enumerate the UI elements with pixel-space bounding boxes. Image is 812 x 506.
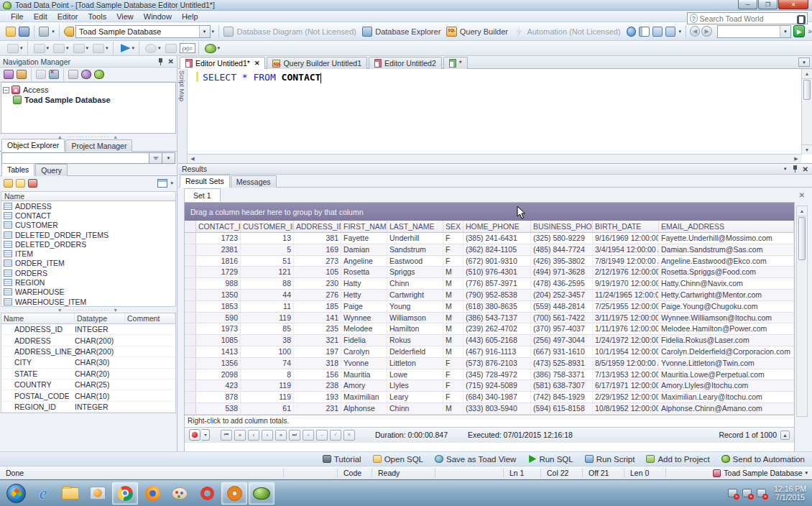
quick-action-button[interactable]: Send to Automation: [721, 455, 805, 464]
menu-item[interactable]: Help: [177, 12, 203, 22]
tab-close-icon[interactable]: ✕: [254, 60, 260, 67]
tab-project-manager[interactable]: Project Manager: [65, 139, 132, 152]
result-row[interactable]: 538 61 231 Alphonse Chinn M (333) 803-59…: [185, 403, 794, 415]
collapse-navigator-icon[interactable]: ▲: [780, 431, 790, 440]
result-column-header[interactable]: CONTACT_ID: [196, 221, 241, 232]
result-column-header[interactable]: CUSTOMER_ID: [241, 221, 294, 232]
results-vertical-scrollbar[interactable]: ▲: [796, 206, 808, 417]
search-input[interactable]: [700, 14, 797, 23]
toad-green-icon[interactable]: [94, 70, 104, 79]
pin-icon[interactable]: [158, 58, 163, 65]
layout-panel-icon[interactable]: [639, 27, 649, 37]
alter-table-icon[interactable]: [16, 179, 25, 188]
database-explorer-button[interactable]: Database Explorer: [375, 27, 440, 36]
result-row[interactable]: 590 119 141 Wynnee Williamson M (386) 54…: [185, 313, 794, 324]
tray-action-center-icon[interactable]: [757, 489, 766, 497]
result-row[interactable]: 1723 13 381 Fayette Underhill F (385) 24…: [185, 233, 794, 244]
result-row[interactable]: 1413 100 197 Carolyn Delderfield M (467)…: [185, 346, 794, 358]
taskbar-clock[interactable]: 12:16 PM 7/1/2015: [774, 484, 806, 502]
tree-node-connection[interactable]: Toad Sample Database: [3, 95, 174, 105]
taskbar-file-explorer[interactable]: [57, 482, 83, 505]
menu-item[interactable]: File: [6, 12, 29, 22]
menu-item[interactable]: Edit: [29, 12, 52, 22]
print-icon[interactable]: [39, 27, 49, 37]
tab-automation[interactable]: *: [443, 57, 468, 69]
col-header-name[interactable]: Name: [1, 313, 75, 323]
fast-forward-icon[interactable]: »: [275, 430, 287, 441]
tab-object-explorer[interactable]: Object Explorer: [1, 139, 65, 152]
grid-view-icon[interactable]: [157, 179, 167, 188]
tab-query[interactable]: Query: [35, 164, 68, 176]
editor-vertical-scrollbar[interactable]: ▲ ▼: [801, 69, 812, 155]
table-list-item[interactable]: WAREHOUSE: [1, 288, 175, 297]
connect-icon[interactable]: [17, 70, 27, 79]
results-close-icon[interactable]: ✕: [803, 165, 808, 173]
status-connection[interactable]: Toad Sample Database ▾: [713, 469, 812, 477]
toad-world-icon[interactable]: [205, 44, 216, 53]
column-row[interactable]: REGION_ID INTEGER: [1, 402, 175, 413]
tab-editor-untitled2[interactable]: Editor Untitled2: [369, 57, 442, 69]
close-button[interactable]: ✕: [778, 0, 808, 9]
execute-sql-icon[interactable]: [121, 44, 131, 52]
results-pin-icon[interactable]: [793, 165, 798, 172]
result-column-header[interactable]: SEX: [443, 221, 463, 232]
sql-statement[interactable]: SELECT * FROM CONTACT: [203, 72, 321, 83]
column-row[interactable]: COUNTRY CHAR(25): [1, 380, 175, 390]
record-dropdown-icon[interactable]: ▾: [202, 429, 210, 441]
database-diagram-icon[interactable]: [223, 27, 234, 37]
table-list-item[interactable]: ITEM: [1, 249, 175, 258]
post-edit-icon[interactable]: ✓: [330, 430, 341, 441]
result-column-header[interactable]: FIRST_NAME: [341, 221, 387, 232]
filter-funnel-icon[interactable]: [149, 152, 162, 164]
result-row[interactable]: 423 119 238 Amory Llyles F (715) 924-508…: [185, 380, 794, 392]
taskbar-opera[interactable]: [194, 482, 220, 505]
tab-tables[interactable]: Tables: [1, 163, 34, 176]
tab-editor-untitled1[interactable]: Editor Untitled1* ✕: [180, 57, 265, 69]
navigate-forward-icon[interactable]: ▶: [701, 26, 711, 37]
script-map-strip[interactable]: Script Map: [178, 69, 188, 163]
automation-button[interactable]: Automation (Not Licensed): [527, 27, 620, 36]
table-list-item[interactable]: REGION: [1, 277, 175, 287]
menu-item[interactable]: Tools: [83, 12, 111, 22]
result-row[interactable]: 1350 44 276 Hetty Cartwright M (790) 952…: [185, 290, 794, 301]
drop-table-icon[interactable]: [28, 179, 37, 188]
fast-back-icon[interactable]: «: [234, 430, 246, 441]
help-icon[interactable]: ?: [690, 14, 698, 23]
window-layout-icon[interactable]: [652, 27, 663, 37]
database-explorer-icon[interactable]: [362, 27, 372, 37]
taskbar-app-orange[interactable]: [221, 482, 247, 505]
save-icon[interactable]: [19, 27, 29, 37]
quick-action-button[interactable]: Run Script: [585, 455, 635, 464]
options-window-icon[interactable]: [665, 27, 675, 37]
close-panel-icon[interactable]: ✕: [168, 58, 174, 65]
delete-record-icon[interactable]: −: [316, 430, 328, 441]
database-diagram-button[interactable]: Database Diagram (Not Licensed): [236, 27, 356, 36]
quick-action-button[interactable]: Add to Project: [646, 455, 709, 464]
address-combo-dropdown-icon[interactable]: ▾: [780, 26, 790, 37]
result-column-header[interactable]: EMAIL_ADDRESS: [659, 221, 794, 232]
disconnect-icon[interactable]: [49, 70, 59, 79]
insert-record-icon[interactable]: +: [303, 430, 314, 441]
expression-editor-icon[interactable]: (x)=: [180, 43, 195, 53]
grid-view-dropdown-icon[interactable]: ▾: [170, 180, 173, 186]
object-filter-input[interactable]: [1, 152, 149, 164]
cancel-edit-icon[interactable]: ✕: [343, 430, 355, 441]
toad-purple-icon[interactable]: [81, 70, 91, 79]
last-record-icon[interactable]: ⏭︎: [289, 430, 300, 441]
result-row[interactable]: 1729 121 105 Rosetta Spriggs M (510) 976…: [185, 267, 794, 278]
taskbar-toad[interactable]: [249, 482, 274, 505]
toolbar-overflow-icon[interactable]: »: [808, 27, 812, 35]
record-button[interactable]: [189, 429, 200, 441]
print-dropdown-icon[interactable]: ▾: [52, 29, 55, 34]
results-scroll-up-icon[interactable]: ▲: [797, 206, 807, 216]
table-list-item[interactable]: DELETED_ORDER_ITEMS: [1, 230, 175, 239]
connection-combo-dropdown-icon[interactable]: ▾: [199, 26, 210, 37]
tray-network-error-icon[interactable]: [728, 489, 737, 497]
group-by-bar[interactable]: Drag a column header here to group by th…: [185, 203, 794, 221]
set-close-icon[interactable]: ✕: [799, 191, 805, 199]
address-combo[interactable]: ▾: [717, 25, 791, 38]
result-row[interactable]: 988 88 230 Hatty Chinn M (776) 857-3971 …: [185, 278, 794, 290]
filter-dropdown-icon[interactable]: ▾: [162, 152, 175, 164]
taskbar-firefox[interactable]: [139, 482, 165, 505]
result-column-header[interactable]: HOME_PHONE: [463, 221, 531, 232]
